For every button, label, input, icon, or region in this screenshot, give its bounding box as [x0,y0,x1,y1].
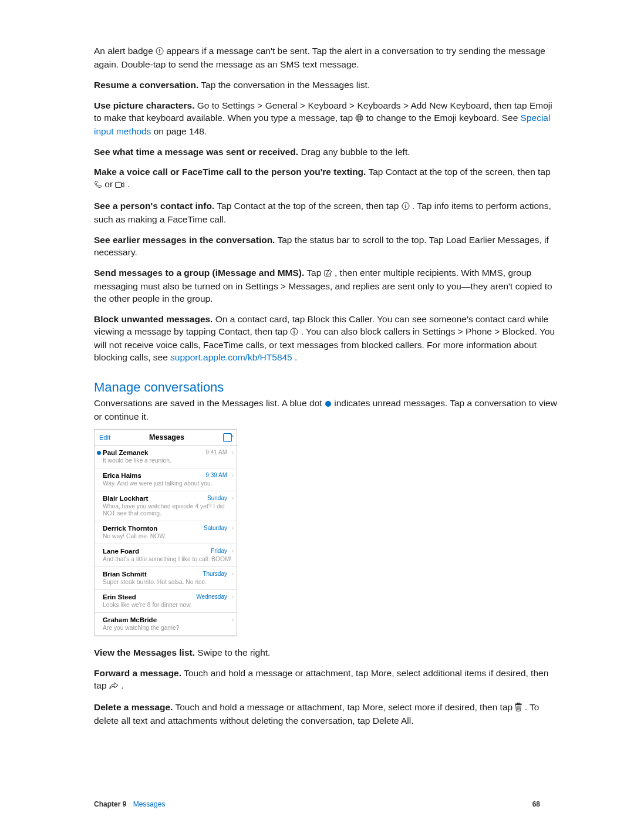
message-preview: Way. And we were just talking about you. [103,480,232,487]
conversation-row[interactable]: Derrick ThorntonSaturday›No way! Call me… [95,521,237,544]
lead: Forward a message. [94,668,181,678]
svg-rect-6 [116,183,122,188]
page-number: 68 [532,799,540,809]
forward-arrow-icon [109,681,119,693]
text: . [295,352,297,362]
message-time: 9:39 AM [205,472,227,479]
chapter-label: Chapter 9 [94,800,126,808]
alert-badge-icon [156,46,164,59]
page-body: An alert badge appears if a message can'… [0,0,634,727]
svg-rect-9 [405,205,406,208]
message-time: Wednesday [196,593,227,601]
text: on page 148. [154,126,207,136]
compose-icon[interactable] [223,433,232,442]
conversation-row[interactable]: Lane FoardFriday›And that's a little som… [95,544,237,567]
messages-list-screenshot: Edit Messages Paul Zemanek9:41 AM›It wou… [94,429,237,636]
message-preview: Super steak burrito. Hot salsa. No rice. [103,579,232,586]
paragraph-group: Send messages to a group (iMessage and M… [94,267,558,305]
compose-icon [324,268,332,281]
chevron-right-icon: › [232,525,234,532]
text: Tap Contact at the top of the screen, th… [217,201,402,211]
edit-button[interactable]: Edit [99,434,110,441]
phone-icon [94,180,102,192]
info-icon [290,327,298,339]
lead: See a person's contact info. [94,201,214,211]
lead: Use picture characters. [94,100,194,110]
conversation-row[interactable]: Erin SteedWednesday›Looks like we're 8 f… [95,590,237,613]
message-preview: Are you watching the game? [103,625,232,632]
paragraph-picture-chars: Use picture characters. Go to Settings >… [94,100,558,138]
paragraph-earlier: See earlier messages in the conversation… [94,234,558,259]
text: Tap the conversation in the Messages lis… [201,80,370,90]
lead: View the Messages list. [94,647,195,657]
paragraph-voice-facetime: Make a voice call or FaceTime call to th… [94,166,558,192]
heading-manage-conversations: Manage conversations [94,379,558,396]
trash-icon [515,703,522,715]
paragraph-manage-intro: Conversations are saved in the Messages … [94,397,558,423]
chevron-right-icon: › [232,472,234,479]
paragraph-sent-time: See what time a message was sent or rece… [94,146,558,158]
conversation-row[interactable]: Erica Haims9:39 AM›Way. And we were just… [95,468,237,491]
message-time: 9:41 AM [205,449,227,456]
message-preview: It would be like a reunion. [103,457,232,464]
blue-dot-icon [325,399,332,411]
text: Drag any bubble to the left. [301,147,410,157]
paragraph-alert: An alert badge appears if a message can'… [94,45,558,71]
messages-title: Messages [149,433,184,441]
text: Tap [306,268,323,278]
text: . [127,179,130,189]
text: Touch and hold a message or attachment, … [175,702,515,712]
chevron-right-icon: › [232,571,234,578]
svg-rect-12 [294,329,295,330]
globe-icon [355,113,363,126]
svg-rect-8 [405,204,406,204]
facetime-icon [115,180,124,192]
chevron-right-icon: › [232,548,234,555]
footer-left: Chapter 9 Messages [94,799,165,809]
message-time: Sunday [207,495,227,502]
conversation-row[interactable]: Graham McBride›Are you watching the game… [95,613,237,636]
text: . [121,680,123,690]
unread-dot-icon [97,451,101,455]
text: An alert badge [94,46,156,56]
message-preview: Whoa, have you watched episode 4 yet? I … [103,503,232,517]
page-footer: Chapter 9 Messages 68 [94,799,540,809]
message-time: Thursday [203,571,227,578]
chapter-link[interactable]: Messages [133,800,166,808]
lead: See earlier messages in the conversation… [94,235,275,245]
lead: Block unwanted messages. [94,314,213,324]
conversation-row[interactable]: Blair LockhartSunday›Whoa, have you watc… [95,491,237,521]
link-support[interactable]: support.apple.com/kb/HT5845 [170,352,292,362]
svg-rect-2 [160,52,160,53]
message-preview: Looks like we're 8 for dinner now. [103,602,232,609]
message-preview: No way! Call me. NOW. [103,533,232,540]
paragraph-resume: Resume a conversation. Tap the conversat… [94,79,558,92]
message-time: Saturday [204,525,227,532]
info-icon [402,201,410,214]
svg-rect-19 [518,703,520,704]
lead: Delete a message. [94,702,173,712]
lead: Resume a conversation. [94,80,198,90]
paragraph-view-list: View the Messages list. Swipe to the rig… [94,647,558,659]
svg-point-14 [325,401,331,407]
text: or [104,179,115,189]
paragraph-contact-info: See a person's contact info. Tap Contact… [94,200,558,226]
svg-rect-1 [160,49,160,52]
message-preview: And that's a little something I like to … [103,556,232,563]
text: Tap Contact at the top of the screen, th… [368,167,550,177]
paragraph-delete: Delete a message. Touch and hold a messa… [94,701,558,727]
message-time: Friday [211,548,227,555]
svg-rect-13 [294,330,295,333]
conversation-row[interactable]: Brian SchmittThursday›Super steak burrit… [95,567,237,590]
contact-name: Graham McBride [103,616,232,624]
conversation-row[interactable]: Paul Zemanek9:41 AM›It would be like a r… [95,446,237,468]
text: Swipe to the right. [197,647,270,657]
lead: Make a voice call or FaceTime call to th… [94,167,366,177]
chevron-right-icon: › [232,616,234,623]
lead: See what time a message was sent or rece… [94,147,298,157]
text: Conversations are saved in the Messages … [94,398,325,408]
chevron-right-icon: › [232,495,234,502]
paragraph-block: Block unwanted messages. On a contact ca… [94,313,558,364]
paragraph-forward: Forward a message. Touch and hold a mess… [94,667,558,693]
text: to change to the Emoji keyboard. See [366,113,521,123]
